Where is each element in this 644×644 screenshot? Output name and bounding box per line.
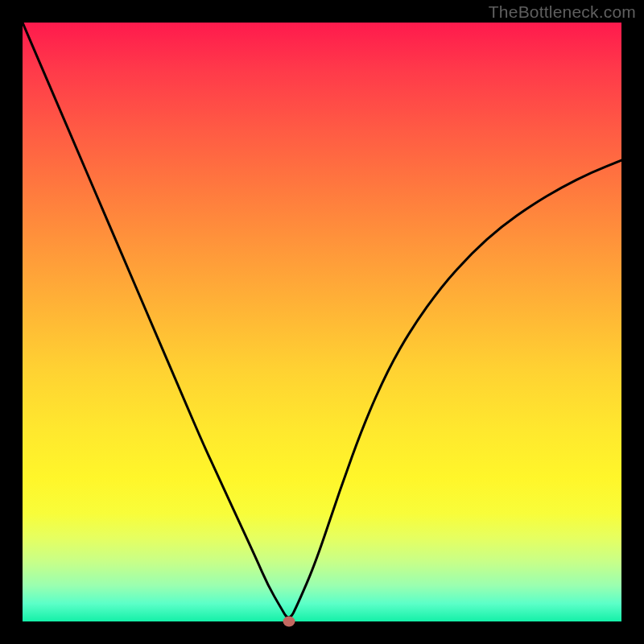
bottleneck-curve	[23, 23, 621, 621]
watermark-text: TheBottleneck.com	[489, 2, 636, 22]
chart-frame: TheBottleneck.com	[0, 0, 644, 644]
plot-area	[23, 23, 621, 621]
minimum-marker	[283, 617, 295, 627]
